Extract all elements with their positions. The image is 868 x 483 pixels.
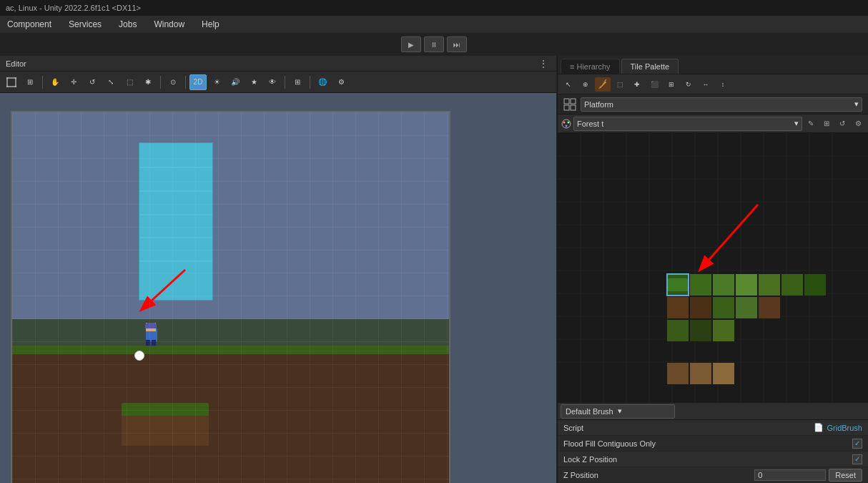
forest-dropdown-arrow: ▾ <box>794 119 799 128</box>
editor-toolbar: ⊞ ✋ ✛ ↺ ⤡ ⬚ ✱ ⊙ 2D ☀ 🔊 ★ 👁 ⊞ 🌐 ⚙ <box>0 72 556 93</box>
tool-gizmos[interactable]: 🌐 <box>314 74 331 90</box>
prop-script-row: Script 📄 GridBrush <box>558 420 868 436</box>
brush-bar: Default Brush ▾ <box>558 403 868 420</box>
tile-bush-1[interactable] <box>666 273 689 296</box>
panel-tabs: ≡ Hierarchy Tile Palette <box>558 56 868 74</box>
svg-point-2 <box>15 77 17 79</box>
menu-help[interactable]: Help <box>197 18 224 31</box>
tile-tool-select[interactable]: ↖ <box>561 77 576 92</box>
svg-point-12 <box>563 121 566 123</box>
tool-custom-gizmo[interactable]: ⊞ <box>21 74 39 90</box>
separator-3 <box>185 76 186 89</box>
tile-bush-5[interactable] <box>758 273 781 296</box>
tile-bush-4[interactable] <box>735 273 758 296</box>
tool-rotate[interactable]: ↺ <box>84 74 101 90</box>
tile-settings-btn[interactable]: ⚙ <box>851 117 865 131</box>
platform-dropdown[interactable]: Platform ▾ <box>581 97 862 112</box>
script-label: Script <box>563 424 814 432</box>
tile-tool-box[interactable]: ⬚ <box>612 77 628 92</box>
tool-combined[interactable]: ✱ <box>139 74 157 90</box>
tool-lighting[interactable]: ☀ <box>208 74 225 90</box>
tool-hand[interactable]: ✋ <box>46 74 64 90</box>
tile-tool-move[interactable]: ⊕ <box>578 77 593 92</box>
menu-component[interactable]: Component <box>3 18 56 31</box>
tile-tool-paint[interactable] <box>595 77 611 92</box>
menu-window[interactable]: Window <box>149 18 189 31</box>
tile-tool-fill[interactable]: ⊞ <box>664 77 679 92</box>
z-position-input[interactable]: 0 <box>754 469 826 481</box>
paint-brush-icon <box>596 78 609 91</box>
tile-ground-5[interactable] <box>758 296 781 319</box>
brush-dropdown-label: Default Brush <box>566 407 613 416</box>
tile-ground-4[interactable] <box>735 296 758 319</box>
brush-dropdown[interactable]: Default Brush ▾ <box>561 404 675 419</box>
forest-dropdown-label: Forest t <box>577 119 603 128</box>
scene-view[interactable] <box>0 93 556 483</box>
tile-ground-3[interactable] <box>712 296 735 319</box>
prop-lock-z-row: Lock Z Position ✓ <box>558 452 868 467</box>
tile-dirt-3[interactable] <box>712 362 735 385</box>
menu-jobs[interactable]: Jobs <box>114 18 141 31</box>
tile-row3-2[interactable] <box>689 319 712 342</box>
editor-menu-dots[interactable]: ⋮ <box>536 57 551 71</box>
tile-dirt-2[interactable] <box>689 362 712 385</box>
title-text: ac, Linux - Unity 2022.2.6f1c1 <DX11> <box>6 4 141 12</box>
tile-refresh-btn[interactable]: ↺ <box>835 117 849 131</box>
tab-tile-palette[interactable]: Tile Palette <box>621 59 679 74</box>
play-button[interactable]: ▶ <box>401 36 421 52</box>
editor-panel: Editor ⋮ ⊞ ✋ ✛ ↺ ⤡ ⬚ ✱ <box>0 56 557 483</box>
tile-bush-7[interactable] <box>804 273 827 296</box>
lock-z-checkbox[interactable]: ✓ <box>852 454 862 464</box>
tool-2d[interactable]: 2D <box>189 74 207 90</box>
tile-bush-3[interactable] <box>712 273 735 296</box>
right-panel: ≡ Hierarchy Tile Palette ↖ ⊕ ⬚ ✚ ⬛ ⊞ ↻ <box>557 56 868 483</box>
tile-ground-1[interactable] <box>666 296 689 319</box>
tool-scene-visibility[interactable]: 👁 <box>264 74 281 90</box>
menu-services[interactable]: Services <box>64 18 106 31</box>
step-button[interactable]: ⏭ <box>447 36 467 52</box>
tile-row3-1[interactable] <box>666 319 689 342</box>
flood-fill-checkbox[interactable]: ✓ <box>852 439 862 449</box>
tile-tool-erase[interactable]: ⬛ <box>646 77 662 92</box>
tool-audio[interactable]: 🔊 <box>227 74 244 90</box>
tile-grid-btn[interactable]: ⊞ <box>819 117 834 131</box>
prop-flood-fill-row: Flood Fill Contiguous Only ✓ <box>558 436 868 452</box>
tile-tool-flip-y[interactable]: ↕ <box>715 77 731 92</box>
tool-move[interactable]: ✛ <box>65 74 82 90</box>
tile-ground-2[interactable] <box>689 296 712 319</box>
platform-dropdown-arrow: ▾ <box>854 99 859 109</box>
svg-rect-10 <box>571 105 576 110</box>
tool-grid[interactable]: ⊞ <box>289 74 306 90</box>
title-bar: ac, Linux - Unity 2022.2.6f1c1 <DX11> <box>0 0 868 16</box>
tile-edit-btn[interactable]: ✎ <box>804 117 818 131</box>
floating-island <box>122 403 209 446</box>
tile-row3-3[interactable] <box>712 319 735 342</box>
forest-dropdown[interactable]: Forest t ▾ <box>573 117 802 131</box>
z-position-value: 0 Reset <box>754 469 862 482</box>
tool-rect[interactable]: ⬚ <box>121 74 138 90</box>
script-value: 📄 GridBrush <box>814 423 862 432</box>
tool-custom-editor[interactable]: ⊙ <box>164 74 182 90</box>
script-link[interactable]: GridBrush <box>827 424 862 432</box>
menu-bar: Component Services Jobs Window Help <box>0 16 868 33</box>
svg-point-4 <box>15 85 17 87</box>
tile-bush-6[interactable] <box>781 273 804 296</box>
prop-z-position-row: Z Position 0 Reset <box>558 467 868 483</box>
reset-button[interactable]: Reset <box>829 469 862 482</box>
tile-bush-2[interactable] <box>689 273 712 296</box>
tool-scale[interactable]: ⤡ <box>102 74 119 90</box>
tool-settings[interactable]: ⚙ <box>332 74 350 90</box>
tool-rect-transform[interactable] <box>3 74 20 90</box>
tool-fx[interactable]: ★ <box>245 74 262 90</box>
tile-grid[interactable] <box>558 133 868 403</box>
tile-tool-pick[interactable]: ✚ <box>629 77 645 92</box>
tile-tool-rotate-cw[interactable]: ↻ <box>681 77 696 92</box>
tile-palette-toolbar: ↖ ⊕ ⬚ ✚ ⬛ ⊞ ↻ ↔ ↕ <box>558 74 868 94</box>
separator-1 <box>42 76 43 89</box>
tab-hierarchy[interactable]: ≡ Hierarchy <box>561 59 620 74</box>
water-block <box>139 142 213 301</box>
tile-tool-flip-x[interactable]: ↔ <box>698 77 714 92</box>
platform-grid-icon <box>563 98 576 111</box>
pause-button[interactable]: ⏸ <box>424 36 444 52</box>
tile-dirt-1[interactable] <box>666 362 689 385</box>
